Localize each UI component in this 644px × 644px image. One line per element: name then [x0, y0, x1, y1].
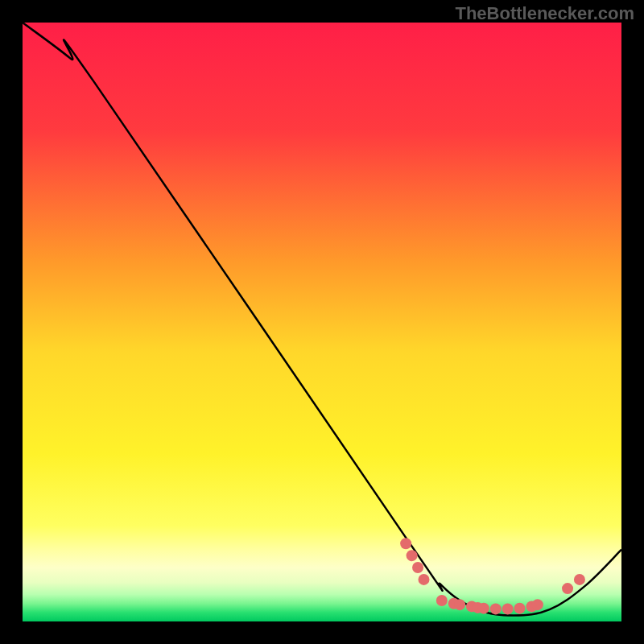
data-marker: [407, 550, 418, 561]
chart-svg: [23, 23, 621, 621]
data-marker: [400, 538, 411, 549]
plot-area: [23, 23, 621, 621]
gradient-background: [23, 23, 621, 621]
data-marker: [574, 574, 585, 585]
watermark-text: TheBottlenecker.com: [455, 3, 634, 24]
data-marker: [514, 603, 526, 614]
data-marker: [412, 562, 423, 573]
data-marker: [490, 603, 502, 614]
data-marker: [532, 599, 543, 610]
data-marker: [418, 574, 429, 585]
data-marker: [478, 603, 489, 614]
chart-container: TheBottlenecker.com: [0, 0, 644, 644]
data-marker: [562, 583, 573, 594]
data-marker: [436, 595, 448, 606]
data-marker: [502, 603, 514, 614]
data-marker: [454, 599, 465, 610]
